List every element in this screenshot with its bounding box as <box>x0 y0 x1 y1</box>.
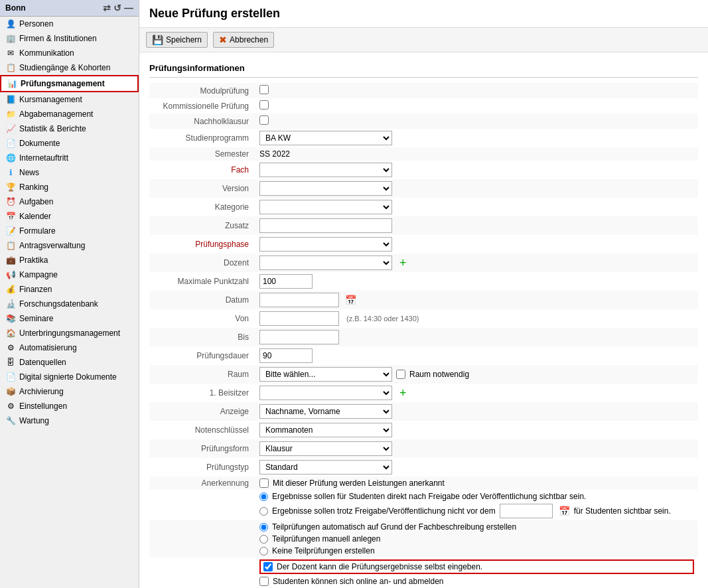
sidebar-item-seminare[interactable]: 📚 Seminare <box>0 311 139 326</box>
nachholklausur-checkbox[interactable] <box>259 115 269 125</box>
pruefungstyp-select[interactable]: Standard <box>259 460 392 475</box>
ergebnisse-radio-2-label: Ergebnisse sollen trotz Freigabe/Veröffe… <box>272 506 496 516</box>
teilpruefungen-radio-1: Teilprüfungen automatisch auf Grund der … <box>259 522 694 532</box>
anerkennung-checkbox[interactable] <box>259 478 269 488</box>
teilpruefungen-radio-2-input[interactable] <box>259 535 268 544</box>
kategorie-select[interactable] <box>259 200 392 214</box>
sidebar-item-automatisierung[interactable]: ⚙ Automatisierung <box>0 340 139 355</box>
von-label: Von <box>149 309 255 328</box>
sidebar-item-unterbringungsmanagement[interactable]: 🏠 Unterbringungsmanagement <box>0 326 139 340</box>
form-table: Modulprüfung Kommissionelle Prüfung Nach… <box>149 83 698 588</box>
ergebnisse-radio-2-input[interactable] <box>259 507 268 516</box>
notenschluessel-select[interactable]: Kommanoten <box>259 423 392 437</box>
ergebnisse-calendar-icon[interactable]: 📅 <box>559 506 570 516</box>
ergebnisse-radio-1-input[interactable] <box>259 492 268 501</box>
raum-notwendig-checkbox[interactable] <box>396 370 405 379</box>
beisitzer-select[interactable] <box>259 386 392 400</box>
sidebar-item-einstellungen[interactable]: ⚙ Einstellungen <box>0 399 139 413</box>
semester-label: Semester <box>149 147 255 161</box>
pruefungsform-select[interactable]: Klausur <box>259 441 392 456</box>
sidebar-item-forschungsdatenbank[interactable]: 🔬 Forschungsdatenbank <box>0 297 139 311</box>
teilpruefungen-radio-1-input[interactable] <box>259 523 268 532</box>
sidebar-item-statistik[interactable]: 📈 Statistik & Berichte <box>0 121 139 136</box>
sidebar-item-internetauftritt[interactable]: 🌐 Internetauftritt <box>0 151 139 165</box>
sidebar-item-kalender[interactable]: 📅 Kalender <box>0 209 139 224</box>
bis-input[interactable] <box>259 330 339 344</box>
add-dozent-icon[interactable]: + <box>399 256 407 270</box>
kurs-icon: 📘 <box>5 94 16 105</box>
forschung-icon: 🔬 <box>5 299 16 309</box>
section-title: Prüfungsinformationen <box>149 59 698 78</box>
sidebar-item-digital[interactable]: 📄 Digital signierte Dokumente <box>0 370 139 384</box>
kommissionelle-checkbox[interactable] <box>259 100 269 110</box>
teilpruefungen-radio-3-input[interactable] <box>259 547 268 555</box>
sidebar-label-archivierung: Archivierung <box>19 387 64 396</box>
sidebar-item-formulare[interactable]: 📝 Formulare <box>0 224 139 238</box>
sidebar-item-wartung[interactable]: 🔧 Wartung <box>0 413 139 428</box>
von-row: Von (z.B. 14:30 oder 1430) <box>149 309 698 328</box>
sidebar-item-abgabemanagement[interactable]: 📁 Abgabemanagement <box>0 107 139 121</box>
dozent-eingeben-checkbox[interactable] <box>263 562 273 571</box>
sidebar-label-ranking: Ranking <box>19 183 48 192</box>
page-title: Neue Prüfung erstellen <box>139 0 708 28</box>
sidebar-item-kampagne[interactable]: 📢 Kampagne <box>0 267 139 282</box>
add-beisitzer-icon[interactable]: + <box>399 386 407 400</box>
pruefungsdauer-input[interactable] <box>259 348 313 363</box>
ergebnisse-radio-2: Ergebnisse sollen trotz Freigabe/Veröffe… <box>259 504 694 518</box>
mail-icon: ✉ <box>5 48 16 58</box>
pruefungsdauer-row: Prüfungsdauer <box>149 346 698 365</box>
refresh-icon[interactable]: ↺ <box>113 3 121 13</box>
max-punktzahl-row: Maximale Punktzahl <box>149 272 698 291</box>
modulpruefung-label: Modulprüfung <box>149 83 255 98</box>
kampagne-icon: 📢 <box>5 269 16 280</box>
pruefungsphase-label: Prüfungsphase <box>149 235 255 254</box>
doc-icon: 📄 <box>5 138 16 149</box>
sidebar-item-archivierung[interactable]: 📦 Archivierung <box>0 384 139 399</box>
modulpruefung-checkbox[interactable] <box>259 85 269 94</box>
semester-value: SS 2022 <box>259 149 290 159</box>
sidebar-item-pruefungsmanagement[interactable]: 📊 Prüfungsmanagement <box>0 75 139 92</box>
calendar-icon[interactable]: 📅 <box>345 295 356 305</box>
cancel-button[interactable]: ✖ Abbrechen <box>213 32 274 48</box>
bis-row: Bis <box>149 328 698 346</box>
sidebar-item-kursmanagement[interactable]: 📘 Kursmanagement <box>0 92 139 107</box>
digital-icon: 📄 <box>5 372 16 382</box>
sidebar-item-firmen[interactable]: 🏢 Firmen & Institutionen <box>0 31 139 46</box>
collapse-icon[interactable]: — <box>124 3 133 13</box>
sidebar-label-kommunikation: Kommunikation <box>19 48 74 58</box>
daten-icon: 🗄 <box>5 357 16 368</box>
datum-input[interactable] <box>259 293 339 307</box>
save-button[interactable]: 💾 Speichern <box>146 32 208 48</box>
sidebar-item-news[interactable]: ℹ News <box>0 165 139 180</box>
max-punktzahl-input[interactable] <box>259 274 313 289</box>
sidebar-item-dokumente[interactable]: 📄 Dokumente <box>0 136 139 151</box>
sidebar-item-datenquellen[interactable]: 🗄 Datenquellen <box>0 355 139 370</box>
sidebar-header: Bonn ⇄ ↺ — <box>0 0 139 17</box>
transfer-icon[interactable]: ⇄ <box>103 3 111 13</box>
sidebar-item-praktika[interactable]: 💼 Praktika <box>0 253 139 267</box>
teilpruefungen-radio-2: Teilprüfungen manuell anlegen <box>259 534 694 544</box>
sidebar-item-finanzen[interactable]: 💰 Finanzen <box>0 282 139 297</box>
sidebar-label-kalender: Kalender <box>19 212 51 221</box>
studienprogramm-select[interactable]: BA KW <box>259 131 392 145</box>
sidebar-item-aufgaben[interactable]: ⏰ Aufgaben <box>0 194 139 209</box>
fach-select[interactable] <box>259 163 392 177</box>
von-input[interactable] <box>259 311 339 326</box>
dozent-select[interactable] <box>259 256 392 270</box>
pruefungstyp-row: Prüfungstyp Standard <box>149 458 698 477</box>
zusatz-input[interactable] <box>259 218 392 233</box>
pruefungsphase-select[interactable] <box>259 237 392 252</box>
sidebar-item-ranking[interactable]: 🏆 Ranking <box>0 180 139 194</box>
ergebnisse-date-input[interactable] <box>500 504 553 518</box>
pruef-icon: 📊 <box>7 78 17 89</box>
sidebar-item-personen[interactable]: 👤 Personen <box>0 17 139 31</box>
sidebar-label-news: News <box>19 168 39 177</box>
abgabe-icon: 📁 <box>5 109 16 119</box>
raum-select[interactable]: Bitte wählen... <box>259 367 392 382</box>
sidebar-item-antragsverwaltung[interactable]: 📋 Antragsverwaltung <box>0 238 139 253</box>
sidebar-item-kommunikation[interactable]: ✉ Kommunikation <box>0 46 139 60</box>
sidebar-item-studiengaenge[interactable]: 📋 Studiengänge & Kohorten <box>0 60 139 75</box>
version-select[interactable] <box>259 181 392 196</box>
studenten-checkbox[interactable] <box>259 577 269 586</box>
anzeige-select[interactable]: Nachname, Vorname <box>259 404 392 419</box>
